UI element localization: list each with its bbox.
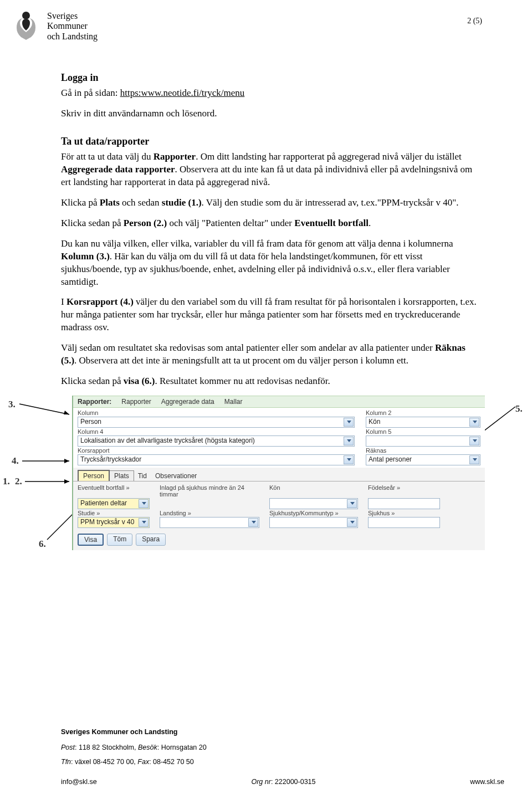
chevron-down-icon xyxy=(350,521,355,524)
chevron-down-icon xyxy=(473,458,477,461)
report-p6: Välj sedan om resultatet ska redovisas s… xyxy=(61,342,482,367)
label-kolumn: Kolumn xyxy=(78,409,355,416)
arrow-4 xyxy=(22,458,72,464)
topbar-link-aggregerade[interactable]: Aggregerade data xyxy=(161,398,214,406)
chevron-down-icon xyxy=(142,502,146,505)
label-fodelsear: Födelseår » xyxy=(368,484,440,498)
org-name: Sveriges Kommuner och Landsting xyxy=(47,11,98,42)
label-kolumn2: Kolumn 2 xyxy=(366,409,480,416)
page-header: Sveriges Kommuner och Landsting 2 (5) xyxy=(11,11,482,42)
label-landsting: Landsting » xyxy=(160,510,259,516)
chevron-down-icon xyxy=(142,521,146,524)
select-korsrapport[interactable]: Trycksår/tryckskador xyxy=(78,454,355,465)
document-body: Logga in Gå in på sidan: https:www.neoti… xyxy=(61,72,482,562)
input-fodelsear[interactable] xyxy=(368,498,440,509)
select-ev-bortfall[interactable]: Patienten deltar xyxy=(78,498,150,509)
chevron-down-icon xyxy=(347,458,351,461)
tab-observationer[interactable]: Observationer xyxy=(151,471,201,481)
page-number: 2 (5) xyxy=(467,17,482,25)
chevron-down-icon xyxy=(473,421,477,423)
label-kolumn4: Kolumn 4 xyxy=(78,428,355,435)
arrow-3 xyxy=(19,401,72,418)
tab-plats[interactable]: Plats xyxy=(109,470,134,481)
svg-marker-4 xyxy=(64,459,69,463)
heading-rapporter: Ta ut data/rapporter xyxy=(61,136,482,147)
footer-title: Sveriges Kommuner och Landsting xyxy=(61,728,504,736)
visa-button[interactable]: Visa xyxy=(78,534,104,546)
svg-marker-6 xyxy=(64,479,69,484)
label-sjukhustyp: Sjukhustyp/Kommuntyp » xyxy=(269,510,358,516)
label-korsrapport: Korsrapport xyxy=(78,447,355,454)
report-p2: Klicka på Plats och sedan studie (1.). V… xyxy=(61,197,482,209)
footer-web[interactable]: www.skl.se xyxy=(470,778,504,786)
label-sjukhus: Sjukhus » xyxy=(368,510,440,516)
report-p5: I Korsrapport (4.) väljer du den variabe… xyxy=(61,296,482,334)
select-kolumn2[interactable]: Kön xyxy=(366,417,480,428)
select-raknas[interactable]: Antal personer xyxy=(366,454,480,465)
label-raknas: Räknas xyxy=(366,447,480,454)
report-p1: För att ta ut data välj du Rapporter. Om… xyxy=(61,151,482,189)
footer-orgnr: Org nr: 222000-0315 xyxy=(251,778,315,786)
select-landsting[interactable] xyxy=(160,517,259,528)
chevron-down-icon xyxy=(473,439,477,442)
chevron-down-icon xyxy=(350,502,355,505)
chevron-down-icon xyxy=(252,521,256,524)
login-url[interactable]: https:www.neotide.fi/tryck/menu xyxy=(120,88,245,98)
tom-button[interactable]: Töm xyxy=(107,534,132,546)
embedded-screenshot: 3. 4. 1. 2. 6. 5. Rapporter: Rapporter A… xyxy=(8,396,529,562)
label-kolumn5: Kolumn 5 xyxy=(366,428,480,435)
svg-point-0 xyxy=(22,12,30,19)
label-kon: Kön xyxy=(269,484,358,498)
chevron-down-icon xyxy=(347,439,351,442)
callout-1: 1. xyxy=(3,476,10,487)
select-kolumn4[interactable]: Lokalisation av det allvarligaste trycks… xyxy=(78,436,355,447)
login-p2: Skriv in ditt användarnamn och lösenord. xyxy=(61,107,482,120)
label-inlagd: Inlagd på sjukhus mindre än 24 timmar xyxy=(160,484,259,498)
spara-button[interactable]: Spara xyxy=(136,534,166,546)
org-logo-block: Sveriges Kommuner och Landsting xyxy=(11,11,98,42)
login-p1: Gå in på sidan: https:www.neotide.fi/try… xyxy=(61,87,482,100)
tab-person[interactable]: Person xyxy=(78,470,110,481)
report-topbar: Rapporter: Rapporter Aggregerade data Ma… xyxy=(73,396,485,408)
skl-logo-icon xyxy=(11,11,42,42)
topbar-label: Rapporter: xyxy=(78,398,111,406)
select-sjukhustyp[interactable] xyxy=(269,517,358,528)
footer-address: Post: 118 82 Stockholm, Besök: Hornsgata… xyxy=(61,744,504,751)
select-kolumn[interactable]: Person xyxy=(78,417,355,428)
callout-5: 5. xyxy=(515,403,523,414)
heading-logga-in: Logga in xyxy=(61,72,482,84)
svg-line-1 xyxy=(19,404,69,414)
topbar-link-mallar[interactable]: Mallar xyxy=(224,398,243,406)
page-footer: Sveriges Kommuner och Landsting Post: 11… xyxy=(61,723,504,789)
report-p7: Klicka sedan på visa (6.). Resultatet ko… xyxy=(61,375,482,388)
arrow-12 xyxy=(25,479,72,484)
report-p4: Du kan nu välja vilken, eller vilka, var… xyxy=(61,238,482,289)
report-p3: Klicka sedan på Person (2.) och välj "Pa… xyxy=(61,217,482,230)
label-studie: Studie » xyxy=(78,510,150,516)
select-studie[interactable]: PPM trycksår v 40 xyxy=(78,517,150,528)
input-sjukhus[interactable] xyxy=(368,517,440,528)
label-ev-bortfall: Eventuellt bortfall » xyxy=(78,484,150,498)
callout-3: 3. xyxy=(8,399,16,410)
report-panel: Rapporter: Rapporter Aggregerade data Ma… xyxy=(72,396,485,550)
topbar-link-rapporter[interactable]: Rapporter xyxy=(121,398,151,406)
footer-email[interactable]: info@skl.se xyxy=(61,778,97,786)
footer-phone: Tfn: växel 08-452 70 00, Fax: 08-452 70 … xyxy=(61,758,504,766)
callout-4: 4. xyxy=(12,455,19,467)
svg-marker-2 xyxy=(64,411,69,414)
callout-6: 6. xyxy=(39,539,46,550)
tab-tid[interactable]: Tid xyxy=(134,471,151,481)
chevron-down-icon xyxy=(347,421,351,423)
select-kolumn5[interactable] xyxy=(366,436,480,447)
filter-tabs: Person Plats Tid Observationer xyxy=(73,468,485,481)
select-kon[interactable] xyxy=(269,498,358,509)
callout-2: 2. xyxy=(15,476,22,487)
